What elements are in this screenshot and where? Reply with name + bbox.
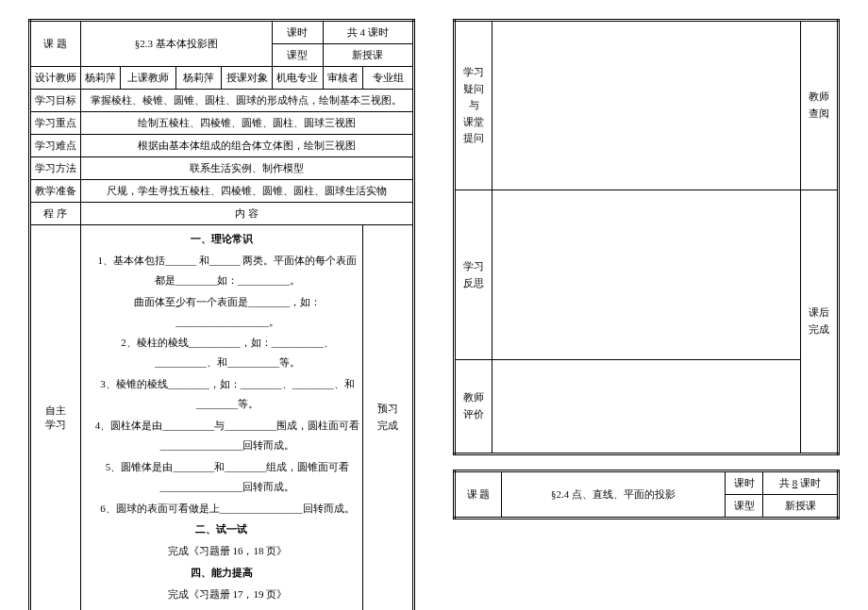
keypoint-value: 绘制五棱柱、四棱锥、圆锥、圆柱、圆球三视图 (80, 112, 413, 135)
goal-label: 学习目标 (30, 90, 81, 112)
lecturer-value: 杨莉萍 (176, 67, 222, 90)
designer-label: 设计教师 (30, 67, 81, 90)
right-page: 学习 疑问 与 课堂 提问 教师 查阅 学习 反思 课后 完成 教师 评价 课 … (453, 19, 840, 610)
self-study-label: 自主 学习 (30, 225, 81, 611)
content-line: 5、圆锥体是由________和________组成，圆锥面可看________… (84, 457, 360, 497)
section2-title: 二、试一试 (84, 519, 360, 539)
period-pre: 共 (779, 477, 790, 488)
preview-label: 预习 完成 (363, 225, 414, 611)
question-label: 学习 疑问 与 课堂 提问 (455, 21, 492, 190)
teacher-eval-label: 教师 评价 (455, 360, 492, 454)
type-value: 新授课 (323, 44, 413, 67)
section1-title: 一、理论常识 (84, 229, 360, 249)
keypoint-label: 学习重点 (30, 112, 81, 135)
left-page: 课 题 §2.3 基本体投影图 课时 共 4 课时 课型 新授课 设计教师 杨莉… (28, 19, 415, 610)
period2-value: 共 8 课时 (763, 471, 839, 495)
prep-label: 教学准备 (30, 180, 81, 203)
content-line: 完成《习题册 16，18 页》 (84, 541, 360, 561)
topic2-value: §2.4 点、直线、平面的投影 (502, 471, 726, 519)
teacher-eval-content (492, 360, 801, 454)
feedback-table: 学习 疑问 与 课堂 提问 教师 查阅 学习 反思 课后 完成 教师 评价 (453, 19, 840, 455)
content-line: 4、圆柱体是由__________与__________围成，圆柱面可看____… (84, 416, 360, 455)
seq-label: 程 序 (30, 203, 81, 225)
audience-label: 授课对象 (222, 67, 273, 90)
content-line: 1、基本体包括______ 和______ 两类。平面体的每个表面都是_____… (84, 251, 360, 290)
prep-value: 尺规，学生寻找五棱柱、四棱锥、圆锥、圆柱、圆球生活实物 (80, 180, 413, 203)
period-label: 课时 (273, 21, 324, 44)
type2-value: 新授课 (763, 495, 839, 519)
audience-value: 机电专业 (273, 67, 324, 90)
period2-label: 课时 (726, 471, 763, 495)
designer-value: 杨莉萍 (80, 67, 121, 90)
period-suf: 课时 (800, 477, 821, 488)
reviewer-label: 审核者 (323, 67, 363, 90)
topic-label: 课 题 (30, 21, 81, 67)
section3-title: 四、能力提高 (84, 563, 360, 583)
content-line: 3、棱锥的棱线________，如：________、________、和___… (84, 374, 360, 414)
reviewer-value: 专业组 (363, 67, 414, 90)
teacher-review-label: 教师 查阅 (801, 21, 839, 190)
goal-value: 掌握棱柱、棱锥、圆锥、圆柱、圆球的形成特点，绘制基本三视图。 (80, 90, 413, 112)
type2-label: 课型 (726, 495, 763, 519)
content-body: 一、理论常识 1、基本体包括______ 和______ 两类。平面体的每个表面… (80, 225, 363, 611)
lesson-plan-table: 课 题 §2.3 基本体投影图 课时 共 4 课时 课型 新授课 设计教师 杨莉… (28, 19, 415, 610)
method-label: 学习方法 (30, 157, 81, 180)
difficulty-value: 根据由基本体组成的组合体立体图，绘制三视图 (80, 135, 413, 157)
topic-value: §2.3 基本体投影图 (80, 21, 272, 67)
after-class-label: 课后 完成 (801, 190, 839, 454)
content-line: 完成《习题册 17，19 页》 (84, 585, 360, 604)
method-value: 联系生活实例、制作模型 (80, 157, 413, 180)
reflection-content (492, 190, 801, 360)
topic2-label: 课 题 (455, 471, 502, 519)
content-line: 6、圆球的表面可看做是上________________回转而成。 (84, 499, 360, 519)
next-lesson-header: 课 题 §2.4 点、直线、平面的投影 课时 共 8 课时 课型 新授课 (453, 470, 840, 519)
content-header: 内 容 (80, 203, 413, 225)
reflection-label: 学习 反思 (455, 190, 492, 360)
content-line: 2、棱柱的棱线__________，如：__________、_________… (84, 333, 360, 372)
content-line: 曲面体至少有一个表面是________，如：__________________… (84, 292, 360, 332)
lecturer-label: 上课教师 (121, 67, 176, 90)
period-value: 共 4 课时 (323, 21, 413, 44)
question-content (492, 21, 801, 190)
difficulty-label: 学习难点 (30, 135, 81, 157)
type-label: 课型 (273, 44, 324, 67)
period-num: 8 (793, 477, 798, 488)
